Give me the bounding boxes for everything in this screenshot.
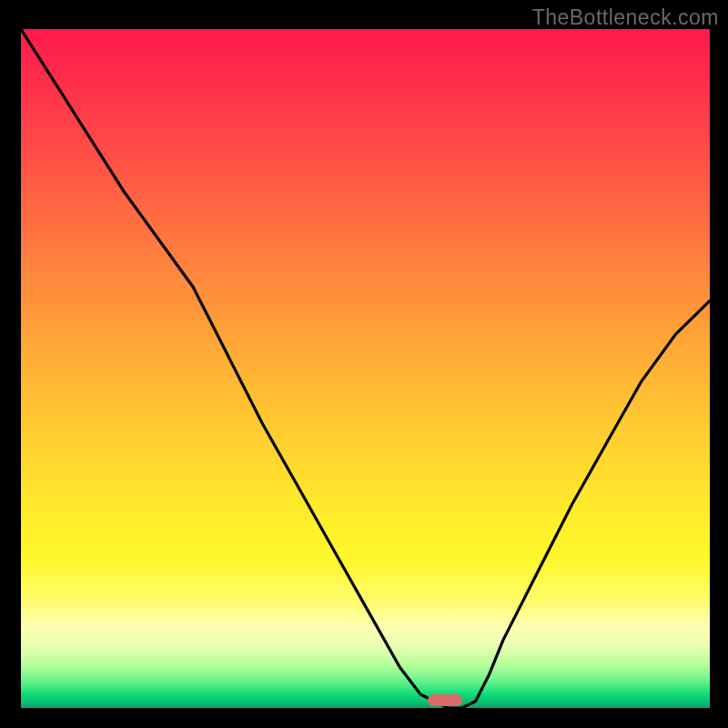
- bottleneck-curve: [21, 29, 710, 708]
- chart-container: TheBottleneck.com: [0, 0, 728, 728]
- plot-area: [21, 29, 710, 708]
- attribution-text: TheBottleneck.com: [532, 5, 719, 30]
- optimal-point-marker: [428, 694, 462, 706]
